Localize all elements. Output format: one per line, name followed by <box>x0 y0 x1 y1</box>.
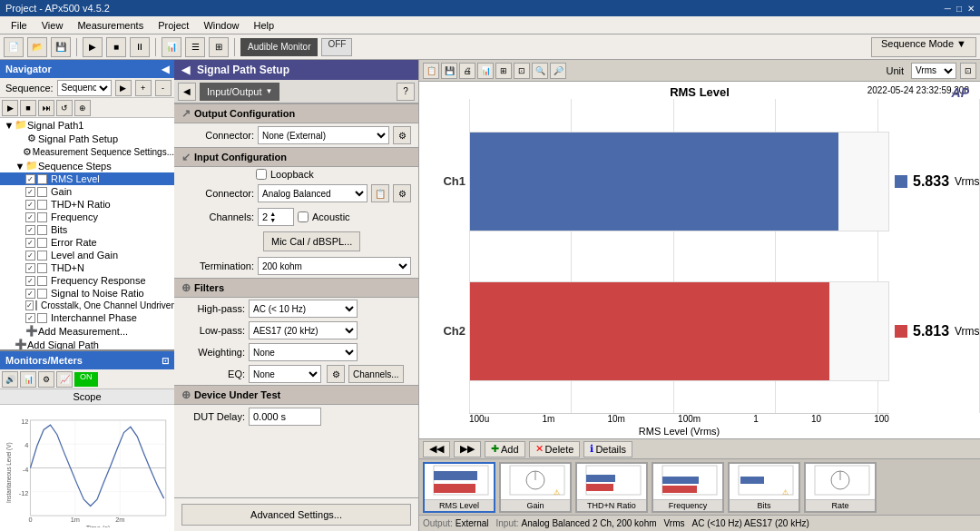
eq-combo[interactable]: None <box>249 365 321 383</box>
checkbox-icon2[interactable] <box>37 174 47 184</box>
tree-add-signal-path[interactable]: ➕ Add Signal Path <box>0 338 174 349</box>
minimize-btn[interactable]: ─ <box>945 4 951 14</box>
channels-down-btn[interactable]: ▼ <box>270 217 276 223</box>
mic-cal-btn[interactable]: Mic Cal / dBSPL... <box>263 231 360 251</box>
tree-thdn[interactable]: THD+N Ratio <box>0 198 174 211</box>
tree-freq-resp[interactable]: Frequency Response <box>0 274 174 287</box>
tree-signal-path1[interactable]: ▼ 📁 Signal Path1 <box>0 118 174 132</box>
checkbox-icon[interactable] <box>25 276 35 286</box>
thumbnail-gain[interactable]: ⚠ Gain <box>499 462 572 513</box>
dut-header[interactable]: ⊕ Device Under Test <box>174 385 418 405</box>
output-connector-btn[interactable]: ⚙ <box>393 126 411 144</box>
nav-expand-btn[interactable]: + <box>135 80 152 96</box>
run-btn[interactable]: ▶ <box>83 37 103 57</box>
chart-btn8[interactable]: 🔎 <box>550 63 566 79</box>
tree-freq[interactable]: Frequency <box>0 211 174 223</box>
nav-back-btn[interactable]: ◀◀ <box>423 441 450 457</box>
channels-spinner[interactable]: 2 ▲ ▼ <box>258 208 294 226</box>
add-btn[interactable]: ✚ Add <box>485 441 525 457</box>
new-btn[interactable]: 📄 <box>4 37 24 57</box>
chart-btn7[interactable]: 🔍 <box>532 63 548 79</box>
nav-btn4[interactable]: ↺ <box>56 100 73 116</box>
chart-btn5[interactable]: ⊞ <box>495 63 512 79</box>
delete-btn[interactable]: ✕ Delete <box>529 441 581 457</box>
checkbox-icon2[interactable] <box>35 300 37 310</box>
thumbnail-frequency[interactable]: Frequency <box>652 462 724 513</box>
eq-btn1[interactable]: ⚙ <box>327 365 345 383</box>
checkbox-icon2[interactable] <box>37 263 47 273</box>
nav-play-btn[interactable]: ▶ <box>115 80 132 96</box>
output-connector-combo[interactable]: None (External) <box>258 126 389 144</box>
menu-help[interactable]: Help <box>247 20 282 31</box>
io-combo[interactable]: Input/Output ▼ <box>200 83 279 101</box>
acoustic-checkbox[interactable] <box>298 211 309 222</box>
io-help-btn[interactable]: ? <box>397 83 415 101</box>
checkbox-icon2[interactable] <box>37 212 47 222</box>
chart-btn[interactable]: 📊 <box>162 37 181 57</box>
checkbox-icon[interactable] <box>25 238 35 248</box>
channels-btn[interactable]: Channels... <box>348 365 404 383</box>
tree-signal-path-setup[interactable]: ⚙ Signal Path Setup <box>0 132 174 145</box>
checkbox-icon2[interactable] <box>37 276 47 286</box>
nav-btn1[interactable]: ▶ <box>2 100 18 116</box>
monitor-off-btn[interactable]: OFF <box>321 38 352 56</box>
chart-btn4[interactable]: 📊 <box>477 63 494 79</box>
sequence-mode-btn[interactable]: Sequence Mode ▼ <box>871 37 976 57</box>
input-connector-btn2[interactable]: ⚙ <box>393 184 411 202</box>
back-icon[interactable]: ◀ <box>181 64 190 76</box>
chart-expand-btn[interactable]: ⊡ <box>960 63 976 79</box>
window-controls[interactable]: ─ □ ✕ <box>945 4 975 14</box>
tree-rms-level[interactable]: RMS Level <box>0 172 174 185</box>
highpass-combo[interactable]: AC (< 10 Hz) <box>249 300 358 318</box>
thumbnail-bits[interactable]: ⚠ Bits <box>728 462 800 513</box>
chart-btn1[interactable]: 📋 <box>423 63 439 79</box>
termination-combo[interactable]: 200 kohm <box>258 257 411 275</box>
checkbox-icon[interactable] <box>25 187 35 197</box>
thumbnail-thdn[interactable]: THD+N Ratio <box>575 462 648 513</box>
checkbox-icon[interactable] <box>25 200 35 210</box>
chart-btn6[interactable]: ⊡ <box>514 63 530 79</box>
menu-measurements[interactable]: Measurements <box>70 20 151 31</box>
checkbox-icon2[interactable] <box>37 200 47 210</box>
mon-btn2[interactable]: 📊 <box>20 371 36 388</box>
checkbox-icon[interactable] <box>25 174 35 184</box>
nav-fwd-btn[interactable]: ▶▶ <box>454 441 481 457</box>
monitors-expand-btn[interactable]: ⊡ <box>162 356 169 366</box>
nav-btn5[interactable]: ⊕ <box>74 100 91 116</box>
io-back-btn[interactable]: ◀ <box>178 83 196 101</box>
navigator-collapse-btn[interactable]: ◀ <box>162 64 169 75</box>
input-connector-btn1[interactable]: 📋 <box>371 184 389 202</box>
stop-btn[interactable]: ■ <box>106 37 126 57</box>
checkbox-icon[interactable] <box>25 313 35 323</box>
output-config-header[interactable]: ↗ Output Configuration <box>174 103 418 123</box>
lowpass-combo[interactable]: AES17 (20 kHz) <box>249 321 358 339</box>
tree-error-rate[interactable]: Error Rate <box>0 236 174 249</box>
checkbox-icon[interactable] <box>25 300 34 310</box>
checkbox-icon2[interactable] <box>37 187 47 197</box>
input-config-header[interactable]: ↙ Input Configuration <box>174 147 418 167</box>
monitors-on-btn[interactable]: ON <box>74 372 98 387</box>
checkbox-icon[interactable] <box>25 212 35 222</box>
checkbox-icon2[interactable] <box>37 251 47 261</box>
loopback-checkbox[interactable] <box>256 169 267 180</box>
checkbox-icon[interactable] <box>25 263 35 273</box>
filters-header[interactable]: ⊕ Filters <box>174 278 418 298</box>
tree-interchannel[interactable]: Interchannel Phase <box>0 311 174 324</box>
sequence-combo[interactable]: Sequence 1 <box>57 80 112 96</box>
open-btn[interactable]: 📂 <box>27 37 47 57</box>
menu-window[interactable]: Window <box>196 20 246 31</box>
list-btn[interactable]: ☰ <box>185 37 205 57</box>
checkbox-icon[interactable] <box>25 289 35 299</box>
checkbox-icon[interactable] <box>25 251 35 261</box>
pause-btn[interactable]: ⏸ <box>130 37 150 57</box>
tree-level-gain[interactable]: Level and Gain <box>0 249 174 261</box>
menu-project[interactable]: Project <box>151 20 196 31</box>
checkbox-icon2[interactable] <box>37 289 47 299</box>
tree-gain[interactable]: Gain <box>0 185 174 198</box>
expander-icon[interactable]: ▼ <box>4 120 15 131</box>
input-connector-combo[interactable]: Analog Balanced <box>258 184 368 202</box>
tree-add-measurement[interactable]: ➕ Add Measurement... <box>0 324 174 338</box>
mon-btn3[interactable]: ⚙ <box>38 371 54 388</box>
unit-combo[interactable]: Vrms dBV dBu <box>911 63 956 79</box>
audible-monitor-btn[interactable]: Audible Monitor <box>240 38 318 56</box>
